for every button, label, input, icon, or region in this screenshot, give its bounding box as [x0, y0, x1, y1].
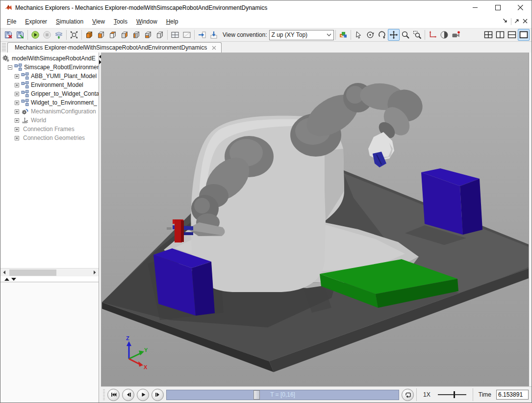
expand-expander[interactable]	[15, 136, 19, 140]
tree-item-connection-frames[interactable]: Connection Frames	[0, 125, 99, 134]
undock-icon[interactable]	[514, 18, 520, 25]
tree-horizontal-scrollbar[interactable]	[0, 268, 99, 276]
go-forward-icon[interactable]	[196, 29, 208, 41]
collapse-expander[interactable]	[8, 65, 12, 70]
layout-four-pane-icon[interactable]	[169, 29, 181, 41]
perspective-icon[interactable]	[438, 29, 450, 41]
expand-expander[interactable]	[15, 83, 19, 87]
window-hsplit-icon[interactable]	[506, 29, 518, 41]
menu-file[interactable]: File	[2, 16, 21, 27]
time-label: Time	[479, 391, 491, 398]
title-bar: Mechanics Explorers - Mechanics Explorer…	[0, 0, 532, 15]
loop-button[interactable]	[402, 389, 414, 401]
minimize-button[interactable]	[464, 0, 486, 15]
roll-icon[interactable]	[376, 29, 388, 41]
snapshot-icon[interactable]	[337, 29, 349, 41]
view-isometric-icon[interactable]	[83, 29, 95, 41]
menu-explorer[interactable]: Explorer	[21, 16, 51, 27]
scrollbar-thumb[interactable]	[9, 269, 56, 276]
orbit-icon[interactable]	[364, 29, 376, 41]
scroll-left-icon[interactable]	[0, 269, 8, 276]
time-slider-thumb[interactable]	[253, 390, 260, 400]
tab-mechanics-explorer[interactable]: Mechanics Explorer-modelWithSimscapeRobo…	[7, 42, 222, 53]
collapse-down-icon[interactable]	[11, 277, 17, 281]
collapse-up-icon[interactable]	[4, 277, 10, 281]
zoom-icon[interactable]	[400, 29, 411, 41]
save-discard-icon[interactable]	[2, 29, 14, 41]
menu-view[interactable]: View	[88, 16, 109, 27]
maximize-button[interactable]	[486, 0, 509, 15]
view-convention-dropdown[interactable]: Z up (XY Top)	[269, 30, 334, 40]
scroll-right-icon[interactable]	[91, 269, 99, 276]
tree-item-gripper-to-widget-contact[interactable]: Gripper_to_Widget_Conta	[0, 89, 99, 98]
frame-display-icon[interactable]	[427, 29, 438, 41]
run-icon[interactable]	[29, 29, 41, 41]
window-vsplit-icon[interactable]	[494, 29, 506, 41]
tree-item-mechanism-configuration[interactable]: MechanismConfiguration	[0, 107, 99, 116]
view-right-icon[interactable]	[119, 29, 130, 41]
close-panel-icon[interactable]	[523, 18, 528, 25]
menu-help[interactable]: Help	[162, 16, 183, 27]
view-top-icon[interactable]	[107, 29, 119, 41]
main-area: modelWithSimscapeRobotAndE Simscape_Robo…	[0, 53, 532, 403]
menu-window[interactable]: Window	[132, 16, 162, 27]
panel-splitter-handle[interactable]	[0, 276, 99, 282]
view-bottom-icon[interactable]	[142, 29, 154, 41]
time-slider[interactable]: T = [0,16]	[166, 390, 399, 400]
expand-expander[interactable]	[15, 101, 19, 105]
window-quad-icon[interactable]	[482, 29, 494, 41]
menu-simulation[interactable]: Simulation	[51, 16, 88, 27]
expand-expander[interactable]	[15, 109, 19, 114]
zoom-region-icon[interactable]	[411, 29, 423, 41]
view-left-icon[interactable]	[130, 29, 142, 41]
speed-slider[interactable]	[438, 390, 466, 400]
tree-item-abb-yumi-plant-model[interactable]: ABB_YUMI_Plant_Model	[0, 72, 99, 81]
speed-slider-thumb[interactable]	[454, 391, 455, 398]
tab-close-icon[interactable]	[212, 46, 216, 50]
save-export-icon[interactable]	[14, 29, 26, 41]
model-tree: modelWithSimscapeRobotAndE Simscape_Robo…	[0, 53, 99, 268]
tree-item-widget-to-environment[interactable]: Widget_to_Environment_	[0, 98, 99, 107]
expand-expander[interactable]	[15, 92, 19, 96]
play-button[interactable]	[137, 389, 149, 401]
expand-expander[interactable]	[15, 118, 19, 123]
subsystem-icon	[14, 63, 22, 71]
tree-item-environment-model[interactable]: Environment_Model	[0, 81, 99, 89]
step-forward-button[interactable]	[152, 389, 164, 401]
close-button[interactable]	[509, 0, 532, 15]
view-convention-label: View convention:	[223, 31, 267, 38]
pan-icon[interactable]	[388, 29, 400, 41]
playbar-grip[interactable]	[103, 389, 105, 400]
tabbar-grip[interactable]	[2, 43, 6, 52]
view-front-icon[interactable]	[95, 29, 107, 41]
go-to-start-button[interactable]	[107, 389, 120, 401]
tree-item-root[interactable]: modelWithSimscapeRobotAndE	[0, 54, 99, 63]
3d-viewport[interactable]: Z Y X	[101, 53, 529, 386]
blue-box-right	[421, 168, 482, 235]
scrollbar-track[interactable]	[8, 269, 91, 276]
expand-expander[interactable]	[15, 74, 19, 79]
export-animation-icon[interactable]	[53, 29, 65, 41]
toolbar: View convention: Z up (XY Top)	[0, 28, 532, 42]
layout-single-pane-icon[interactable]	[181, 29, 193, 41]
tree-item-simscape-robotenvironment[interactable]: Simscape_RobotEnvironment	[0, 63, 99, 72]
speed-label: 1X	[423, 391, 431, 398]
fit-to-view-icon[interactable]	[68, 29, 80, 41]
x-axis-label: X	[144, 364, 148, 370]
stop-icon[interactable]	[41, 29, 53, 41]
view-rotated-icon[interactable]	[154, 29, 166, 41]
record-icon[interactable]	[450, 29, 462, 41]
dock-icon[interactable]	[503, 18, 508, 25]
menubar-separator	[511, 18, 511, 25]
tree-item-world[interactable]: World	[0, 116, 99, 125]
window-single-icon[interactable]	[518, 29, 530, 41]
expand-expander[interactable]	[15, 127, 19, 132]
go-down-icon[interactable]	[208, 29, 220, 41]
gear-icon	[21, 107, 29, 115]
time-input[interactable]	[496, 390, 529, 400]
mechanics-explorer-window: Mechanics Explorers - Mechanics Explorer…	[0, 0, 532, 403]
select-icon[interactable]	[353, 29, 364, 41]
menu-tools[interactable]: Tools	[109, 16, 132, 27]
step-back-button[interactable]	[122, 389, 134, 401]
tree-item-connection-geometries[interactable]: Connection Geometries	[0, 134, 99, 142]
